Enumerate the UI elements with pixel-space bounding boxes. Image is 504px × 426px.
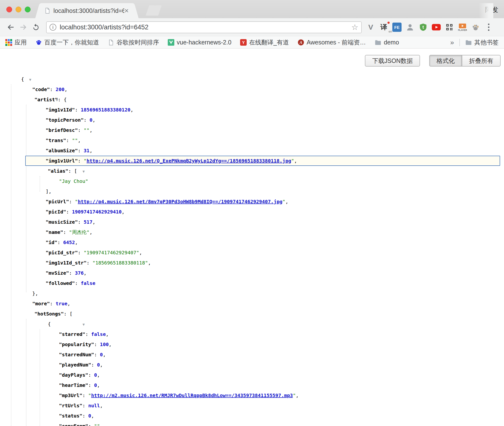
notification-dot <box>387 22 390 24</box>
browser-menu-icon[interactable] <box>482 20 495 34</box>
page-icon <box>108 39 114 46</box>
fe-extension-icon[interactable]: FE <box>390 20 403 34</box>
json-token-k: "code" <box>32 86 50 92</box>
shield-extension-icon[interactable]: t <box>417 20 430 34</box>
json-url-link[interactable]: http://p4.music.126.net/8mv7qP30Pd3oHW8b… <box>78 199 282 204</box>
json-line: "mp3Url": "http://m2.music.126.net/RMJR7… <box>0 390 504 400</box>
back-button[interactable] <box>4 21 17 34</box>
browser-tab[interactable]: localhost:3000/artists?id=645 × <box>41 3 133 18</box>
json-token-k: "id" <box>46 239 57 245</box>
json-token-k: "mvSize" <box>46 270 69 276</box>
json-token-k: "artist" <box>34 97 58 102</box>
json-line: "copyFrom": "", <box>0 421 504 426</box>
json-token-p: : <box>78 250 84 256</box>
bookmark-awesomes[interactable]: A Awesomes - 前端资… <box>298 38 366 46</box>
json-token-p: , <box>285 199 288 204</box>
json-line: "more": true, <box>0 298 504 309</box>
json-token-p: : <box>50 86 56 92</box>
json-line: "code": 200, <box>0 84 504 94</box>
collapse-toggle-icon[interactable]: ▼ <box>83 169 85 174</box>
tab-title: localhost:3000/artists?id=645 <box>53 7 124 14</box>
collapse-all-button[interactable]: 折叠所有 <box>462 55 501 67</box>
bookmark-apps[interactable]: 应用 <box>5 38 27 46</box>
json-token-p: , <box>97 372 100 378</box>
json-token-p: , <box>64 86 67 92</box>
browser-toolbar: i localhost:3000/artists?id=6452 ☆ V 译en… <box>0 18 504 36</box>
collapse-toggle-icon[interactable]: ▼ <box>29 77 31 82</box>
json-token-p: : <box>82 413 88 419</box>
json-token-p: , <box>90 148 92 153</box>
json-token-k: "copyFrom" <box>59 423 88 426</box>
translate-extension-icon[interactable]: 译en <box>377 20 390 34</box>
collapse-toggle-icon[interactable]: ▼ <box>83 322 85 327</box>
json-token-p: { <box>48 321 51 327</box>
json-url-link[interactable]: http://p4.music.126.net/Q_ExePNkmqB2yWyL… <box>87 158 291 164</box>
json-token-s: "18569651883380118" <box>92 260 148 266</box>
forward-button[interactable] <box>17 21 30 34</box>
json-token-p: : <box>82 392 88 398</box>
bookmark-vue-hackernews[interactable]: vue-hackernews-2.0 <box>168 39 231 46</box>
json-token-s: " <box>282 199 285 204</box>
bookmark-folder-others[interactable]: 其他书签 <box>465 38 499 46</box>
json-token-p: , <box>84 270 87 276</box>
svg-text:t: t <box>422 25 424 30</box>
json-line: "img1v1Id_str": "18569651883380118", <box>0 258 504 268</box>
json-url-link[interactable]: http://m2.music.126.net/RMJR7wDullRqppBk… <box>91 392 293 398</box>
tab-close-icon[interactable]: × <box>124 7 129 14</box>
bookmark-youdao-translate[interactable]: Y 在线翻译_有道 <box>240 38 289 46</box>
json-token-k: "playedNum" <box>59 362 91 368</box>
bookmarks-bar: 应用 百度一下，你就知道 谷歌按时间排序 vue-hackernews-2.0 … <box>0 37 504 49</box>
paw-extension-icon[interactable] <box>469 20 482 34</box>
json-token-p: : <box>75 107 81 113</box>
baidu-paw-icon <box>35 39 42 46</box>
json-line: ▼{ <box>0 74 504 84</box>
json-token-s: " <box>84 158 87 164</box>
json-token-p: , <box>103 352 106 358</box>
bookmark-folder-demo[interactable]: demo <box>375 39 399 46</box>
svg-text:Y: Y <box>242 40 245 45</box>
bookmarks-overflow-chevron[interactable]: » <box>450 39 454 46</box>
address-bar[interactable]: i localhost:3000/artists?id=6452 ☆ <box>46 21 362 33</box>
profile-person-icon[interactable] <box>403 20 417 34</box>
json-token-p: , <box>294 158 297 164</box>
json-token-p: : <box>94 352 100 358</box>
json-token-n: 18569651883380120 <box>81 107 131 113</box>
json-line: "starred": false, <box>0 329 504 339</box>
json-token-b: true <box>56 301 67 307</box>
json-token-p: , <box>148 260 151 266</box>
json-token-p: , <box>139 250 142 256</box>
json-token-p: , <box>100 403 103 409</box>
site-info-icon[interactable]: i <box>50 24 56 31</box>
download-json-button[interactable]: 下载JSON数据 <box>365 55 420 67</box>
qr-code-extension-icon[interactable] <box>443 20 456 34</box>
json-token-k: "briefDesc" <box>46 127 78 133</box>
bookmark-star-icon[interactable]: ☆ <box>351 23 358 31</box>
json-token-p: : <box>78 219 84 225</box>
window-zoom-button[interactable] <box>25 7 31 12</box>
json-token-n: 200 <box>56 86 64 92</box>
json-token-k: "mp3Url" <box>59 392 82 398</box>
bookmarks-right-group: » 其他书签 <box>450 38 499 46</box>
window-close-button[interactable] <box>6 7 12 12</box>
window-minimize-button[interactable] <box>16 7 21 12</box>
json-line: "img1v1Id": 18569651883380120, <box>0 105 504 115</box>
json-token-b: false <box>81 280 95 286</box>
json-token-k: "picId" <box>46 209 66 215</box>
json-token-s: "" <box>84 127 90 133</box>
new-tab-button[interactable] <box>146 5 162 16</box>
youtube-extension-icon[interactable] <box>430 20 443 34</box>
json-token-p: , <box>92 219 95 225</box>
reload-button[interactable] <box>30 21 42 34</box>
vimium-extension-icon[interactable]: V <box>364 20 377 34</box>
bookmark-google-sort[interactable]: 谷歌按时间排序 <box>108 38 159 46</box>
bookmark-baidu[interactable]: 百度一下，你就知道 <box>35 38 99 46</box>
player-extension-icon[interactable]: PLAYER <box>456 20 469 34</box>
svg-text:PLAYER: PLAYER <box>458 29 467 31</box>
json-token-p: ], <box>46 188 51 194</box>
json-line: ▼"alias": [ <box>0 166 504 176</box>
url-text[interactable]: localhost:3000/artists?id=6452 <box>60 24 351 31</box>
json-token-k: "hearTime" <box>59 382 88 388</box>
json-token-p: : <box>69 199 75 204</box>
format-button[interactable]: 格式化 <box>429 55 462 67</box>
extension-icons-row: V 译en FE t PLAYER <box>364 20 495 34</box>
